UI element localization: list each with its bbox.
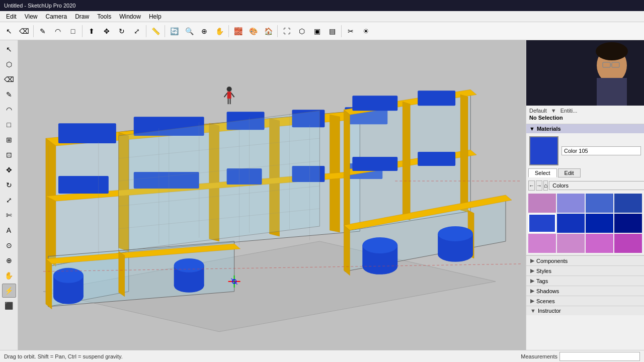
nav-home-btn[interactable]: ⌂ xyxy=(543,180,548,191)
tool-walk[interactable]: ⚡ xyxy=(2,284,16,298)
menu-help[interactable]: Help xyxy=(145,12,166,21)
tags-header[interactable]: ▶ Tags xyxy=(526,276,644,286)
swatch-navy-darkest[interactable] xyxy=(614,214,642,233)
instructor-section: ▼ Instructor xyxy=(526,306,644,315)
toolbar-scenes[interactable]: 🏠 xyxy=(261,24,275,38)
tool-shapes[interactable]: □ xyxy=(2,118,16,132)
menu-tools[interactable]: Tools xyxy=(93,12,115,21)
tool-zoom[interactable]: ⊕ xyxy=(2,253,16,267)
menu-draw[interactable]: Draw xyxy=(71,12,93,21)
svg-rect-45 xyxy=(418,152,455,166)
scenes-label: Scenes xyxy=(536,298,555,304)
toolbar-tape[interactable]: 📏 xyxy=(148,24,163,38)
collapse-arrow[interactable]: ▼ xyxy=(551,108,556,114)
swatch-navy-dark[interactable] xyxy=(586,214,613,233)
measurements-input[interactable] xyxy=(559,352,640,361)
toolbar-pan[interactable]: ✋ xyxy=(212,24,226,38)
components-label: Components xyxy=(536,258,568,264)
toolbar-rotate[interactable]: ↻ xyxy=(115,24,129,38)
menu-camera[interactable]: Camera xyxy=(41,12,71,21)
toolbar-view-iso[interactable]: ⬡ xyxy=(295,24,309,38)
svg-point-62 xyxy=(362,237,397,253)
svg-marker-41 xyxy=(460,95,468,212)
toolbar-zoomin[interactable]: ⊕ xyxy=(197,24,211,38)
toolbar-pencil[interactable]: ✎ xyxy=(36,24,50,38)
styles-header[interactable]: ▶ Styles xyxy=(526,265,644,276)
svg-marker-39 xyxy=(344,110,350,230)
tool-text[interactable]: A xyxy=(2,223,16,237)
swatch-magenta[interactable] xyxy=(586,234,613,253)
toolbar-zoom[interactable]: 🔍 xyxy=(182,24,196,38)
colors-dropdown[interactable]: Colors Brick, Cladding, and Siding Fenci… xyxy=(549,181,644,190)
shadows-header[interactable]: ▶ Shadows xyxy=(526,286,644,296)
nav-forward-btn[interactable]: → xyxy=(536,180,542,191)
svg-marker-49 xyxy=(119,251,125,297)
toolbar-components[interactable]: 🧱 xyxy=(231,24,245,38)
toolbar-materials[interactable]: 🎨 xyxy=(246,24,260,38)
shadows-label: Shadows xyxy=(536,288,559,294)
tool-pushpull[interactable]: ⊡ xyxy=(2,148,16,162)
tool-scale[interactable]: ⤢ xyxy=(2,193,16,207)
tool-pencil[interactable]: ✎ xyxy=(2,87,16,102)
tool-tape[interactable]: ✄ xyxy=(2,208,16,222)
toolbar-shapes[interactable]: □ xyxy=(66,24,80,38)
tool-select[interactable]: ↖ xyxy=(2,42,16,56)
tool-pan[interactable]: ✋ xyxy=(2,268,16,283)
right-panel: Default ▼ Entiti... No Selection ▼ Mater… xyxy=(526,40,644,350)
nav-back-btn[interactable]: ← xyxy=(528,180,535,191)
swatch-violet[interactable] xyxy=(557,234,585,253)
scenes-header[interactable]: ▶ Scenes xyxy=(526,296,644,306)
status-text: Drag to orbit. Shift = Pan, Ctrl = suspe… xyxy=(4,353,123,359)
swatch-purple-dark[interactable] xyxy=(614,234,642,253)
toolbar-eraser[interactable]: ⌫ xyxy=(17,24,31,38)
toolbar-pushpull[interactable]: ⬆ xyxy=(85,24,99,38)
toolbar-select[interactable]: ↖ xyxy=(2,24,16,38)
materials-header[interactable]: ▼ Materials xyxy=(526,124,644,133)
toolbar-section[interactable]: ✂ xyxy=(344,24,358,38)
toolbar-shadow[interactable]: ☀ xyxy=(359,24,373,38)
viewport[interactable] xyxy=(18,40,526,350)
toolbar-zoom-extents[interactable]: ⛶ xyxy=(280,24,294,38)
tags-arrow: ▶ xyxy=(530,278,534,284)
swatch-navy[interactable] xyxy=(614,194,642,213)
svg-rect-42 xyxy=(352,96,397,111)
toolbar-orbit[interactable]: 🔄 xyxy=(167,24,181,38)
menu-edit[interactable]: Edit xyxy=(2,12,21,21)
tool-eraser[interactable]: ⌫ xyxy=(2,72,16,86)
svg-rect-43 xyxy=(418,90,455,106)
components-header[interactable]: ▶ Components xyxy=(526,255,644,265)
toolbar-move[interactable]: ✥ xyxy=(100,24,114,38)
menu-view[interactable]: View xyxy=(21,12,42,21)
swatch-orchid[interactable] xyxy=(528,234,556,253)
swatch-blue-medium[interactable] xyxy=(557,194,585,213)
tool-orbit[interactable]: ⊙ xyxy=(2,238,16,252)
default-label: Default xyxy=(529,108,547,114)
measurements-label: Measurements xyxy=(521,353,557,359)
tool-offset[interactable]: ⊞ xyxy=(2,133,16,147)
toolbar-view-front[interactable]: ▤ xyxy=(325,24,339,38)
toolbar-view-top[interactable]: ▣ xyxy=(310,24,324,38)
tool-arc[interactable]: ◠ xyxy=(2,103,16,117)
tab-edit[interactable]: Edit xyxy=(558,168,581,177)
material-name-field[interactable] xyxy=(561,146,641,155)
menu-window[interactable]: Window xyxy=(115,12,145,21)
svg-rect-17 xyxy=(58,176,109,194)
tool-rotate[interactable]: ↻ xyxy=(2,178,16,192)
tool-section[interactable]: ⬛ xyxy=(2,299,16,313)
materials-panel: ▼ Materials Select Edit ← xyxy=(526,124,644,255)
scenes-arrow: ▶ xyxy=(530,298,534,304)
swatch-blue-darker[interactable] xyxy=(557,214,585,233)
swatch-blue-selected[interactable] xyxy=(528,214,556,233)
svg-rect-80 xyxy=(597,78,627,106)
toolbar-scale[interactable]: ⤢ xyxy=(130,24,144,38)
tab-select[interactable]: Select xyxy=(528,168,557,177)
tool-move[interactable]: ✥ xyxy=(2,163,16,177)
instructor-header[interactable]: ▼ Instructor xyxy=(526,306,644,315)
svg-marker-58 xyxy=(344,225,350,276)
toolbar-arc[interactable]: ◠ xyxy=(51,24,65,38)
swatch-blue-dark[interactable] xyxy=(586,194,613,213)
tool-paint[interactable]: ⬡ xyxy=(2,57,16,71)
svg-marker-6 xyxy=(46,138,56,266)
measurements-area: Measurements xyxy=(521,352,640,361)
swatch-purple-light[interactable] xyxy=(528,194,556,213)
